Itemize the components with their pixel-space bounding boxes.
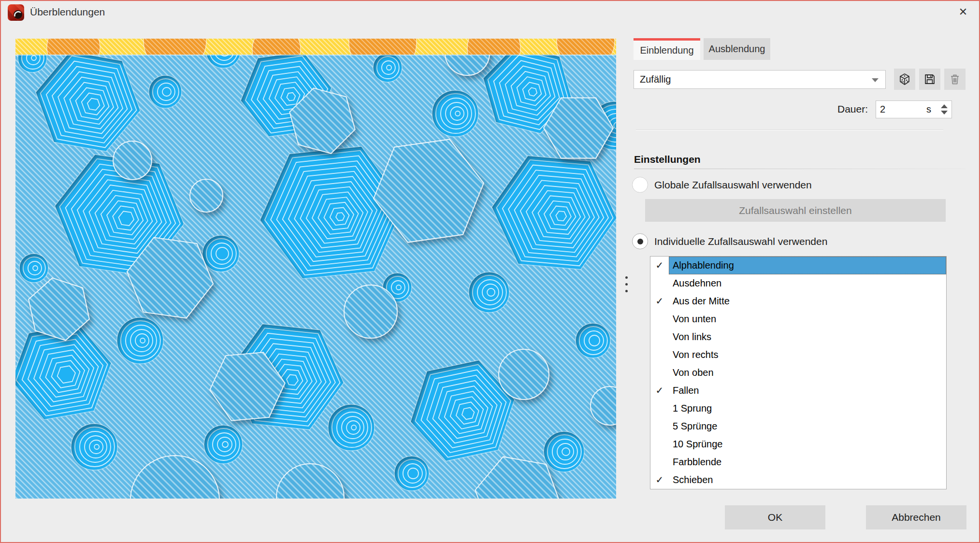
cancel-button[interactable]: Abbrechen xyxy=(866,505,966,529)
tab-einblendung[interactable]: Einblendung xyxy=(634,38,700,60)
close-icon[interactable]: ✕ xyxy=(956,5,970,19)
transition-option[interactable]: ✓Fallen xyxy=(650,382,946,400)
divider xyxy=(636,129,943,130)
transition-label: Aus der Mitte xyxy=(669,292,946,310)
transition-option[interactable]: Von links xyxy=(650,328,946,346)
transition-label: 5 Sprünge xyxy=(669,417,946,435)
check-icon xyxy=(650,400,669,417)
save-preset-button[interactable] xyxy=(919,69,940,90)
transition-label: Von oben xyxy=(669,364,946,382)
check-icon xyxy=(650,274,669,292)
transition-option[interactable]: Ausdehnen xyxy=(650,274,946,292)
title-bar: Überblendungen ✕ xyxy=(1,1,979,24)
check-icon: ✓ xyxy=(650,257,669,274)
dice-icon xyxy=(898,73,911,86)
radio-global-random[interactable] xyxy=(632,177,648,193)
radio-individual-random-label: Individuelle Zufallsauswahl verwenden xyxy=(654,236,827,247)
divider xyxy=(634,169,966,169)
dialog-window: Überblendungen ✕ xyxy=(0,0,980,543)
transition-option[interactable]: ✓Schieben xyxy=(650,471,946,489)
transition-option[interactable]: 5 Sprünge xyxy=(650,417,946,435)
spinner-down-icon[interactable] xyxy=(941,111,948,114)
configure-random-button[interactable]: Zufallsauswahl einstellen xyxy=(645,199,946,222)
settings-heading: Einstellungen xyxy=(634,154,701,165)
check-icon: ✓ xyxy=(650,292,669,310)
aquasoft-app-icon xyxy=(8,4,24,21)
check-icon xyxy=(650,453,669,471)
check-icon: ✓ xyxy=(650,471,669,489)
transition-option[interactable]: Farbblende xyxy=(650,453,946,471)
duration-spinner: s xyxy=(876,100,952,118)
transition-option[interactable]: ✓Alphablending xyxy=(650,257,946,274)
save-icon xyxy=(923,73,936,86)
preset-dropdown-value: Zufällig xyxy=(640,74,671,85)
transition-option[interactable]: 10 Sprünge xyxy=(650,435,946,453)
check-icon xyxy=(650,346,669,364)
check-icon xyxy=(650,310,669,328)
ok-button[interactable]: OK xyxy=(725,505,825,529)
radio-individual-random[interactable] xyxy=(632,233,648,249)
delete-preset-button[interactable] xyxy=(944,69,966,90)
transition-label: Farbblende xyxy=(669,453,946,471)
preview-image xyxy=(15,39,616,499)
transition-option[interactable]: Von unten xyxy=(650,310,946,328)
trash-icon xyxy=(949,73,961,86)
check-icon xyxy=(650,435,669,453)
radio-global-random-label: Globale Zufallsauswahl verwenden xyxy=(654,179,812,191)
splitter-handle[interactable] xyxy=(623,276,629,297)
random-preset-button[interactable] xyxy=(894,69,915,90)
transition-label: Schieben xyxy=(669,471,946,489)
transition-label: Alphablending xyxy=(669,257,946,274)
duration-unit: s xyxy=(926,104,931,115)
transition-option[interactable]: Von rechts xyxy=(650,346,946,364)
transition-label: Von rechts xyxy=(669,346,946,364)
transition-label: 10 Sprünge xyxy=(669,435,946,453)
spinner-up-icon[interactable] xyxy=(941,104,948,108)
tab-ausblendung[interactable]: Ausblendung xyxy=(704,38,770,60)
transition-label: 1 Sprung xyxy=(669,400,946,417)
chevron-down-icon xyxy=(872,78,879,82)
preset-dropdown[interactable]: Zufällig xyxy=(634,70,886,89)
transition-list: ✓AlphablendingAusdehnen✓Aus der MitteVon… xyxy=(650,256,947,489)
duration-label: Dauer: xyxy=(789,103,868,115)
transition-label: Von unten xyxy=(669,310,946,328)
check-icon xyxy=(650,417,669,435)
page-title: Überblendungen xyxy=(30,6,105,18)
check-icon xyxy=(650,328,669,346)
transition-label: Ausdehnen xyxy=(669,274,946,292)
transition-option[interactable]: ✓Aus der Mitte xyxy=(650,292,946,310)
transition-label: Von links xyxy=(669,328,946,346)
transition-label: Fallen xyxy=(669,382,946,400)
transition-option[interactable]: Von oben xyxy=(650,364,946,382)
transition-option[interactable]: 1 Sprung xyxy=(650,400,946,417)
check-icon xyxy=(650,364,669,382)
check-icon: ✓ xyxy=(650,382,669,400)
duration-input[interactable] xyxy=(880,102,918,117)
